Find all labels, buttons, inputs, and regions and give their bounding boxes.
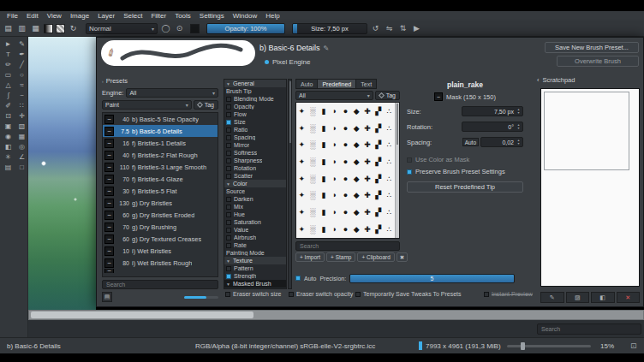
reset-values-icon[interactable]: ↺	[370, 23, 381, 34]
eraser-switch-size-checkbox[interactable]	[225, 292, 230, 297]
brush-tip-thumbnail[interactable]: ◗	[329, 120, 340, 137]
menu-layer[interactable]: Layer	[93, 12, 119, 20]
brush-tip-thumbnail[interactable]: ▞	[373, 204, 384, 221]
pattern-chip[interactable]	[56, 24, 65, 33]
brush-tip-thumbnail[interactable]: ✦	[296, 204, 307, 221]
mirror-horizontal-icon[interactable]: ⇋	[384, 23, 395, 34]
option-checkbox[interactable]	[226, 151, 231, 156]
tool-freehand-path[interactable]: ~	[16, 91, 27, 100]
menu-image[interactable]: Image	[66, 12, 93, 20]
preset-search-input[interactable]: Search	[102, 280, 218, 289]
brush-tip-thumbnail[interactable]: ░	[307, 221, 319, 238]
brush-tip-thumbnail[interactable]: ✦	[296, 187, 307, 204]
menu-file[interactable]: File	[3, 12, 22, 20]
option-checkbox[interactable]	[226, 174, 231, 179]
brush-tip-thumbnail[interactable]: ▮	[319, 187, 330, 204]
save-document-icon[interactable]: ▦	[30, 23, 41, 34]
preset-item[interactable]: ~80i) Wet Bristles Rough	[103, 257, 218, 269]
brush-tip-thumbnail[interactable]: ✦	[296, 120, 307, 137]
menu-help[interactable]: Help	[261, 12, 283, 20]
option-item-rotation[interactable]: Rotation	[224, 164, 286, 172]
wrap-around-icon[interactable]: ▶	[411, 23, 422, 34]
option-item-darken[interactable]: Darken	[224, 195, 286, 203]
docker-search-input[interactable]: Search	[537, 323, 641, 335]
brush-tip-thumbnail[interactable]: ◗	[329, 221, 340, 238]
zoom-slider[interactable]	[507, 345, 591, 347]
brush-tip-thumbnail[interactable]: ◗	[329, 170, 340, 187]
brush-tip-thumbnail[interactable]: ●	[340, 221, 351, 238]
brush-tip-thumbnail[interactable]: ∴	[384, 187, 395, 204]
brush-tip-thumbnail[interactable]: ▞	[373, 120, 384, 137]
option-checkbox[interactable]	[226, 197, 231, 202]
precision-slider[interactable]: 5	[349, 274, 515, 283]
option-item-airbrush[interactable]: Airbrush	[224, 234, 286, 241]
clipboard-tip-button[interactable]: + Clipboard	[357, 252, 394, 262]
brush-tip-thumbnail[interactable]: ░	[307, 120, 319, 137]
tip-search-input[interactable]: Search	[295, 241, 400, 251]
brush-tip-thumbnail[interactable]: ▮	[319, 120, 330, 137]
brush-settings-icon[interactable]: ◯	[160, 23, 171, 34]
brush-tip-thumbnail[interactable]: ●	[340, 187, 351, 204]
delete-tip-button[interactable]: ✖	[397, 252, 408, 262]
option-item-hue[interactable]: Hue	[224, 211, 286, 218]
tip-tag-button[interactable]: Tag	[375, 91, 400, 100]
brush-tip-thumbnail[interactable]: ░	[307, 187, 319, 204]
option-checkbox[interactable]	[226, 104, 231, 110]
option-checkbox[interactable]	[226, 228, 231, 233]
tool-move[interactable]: ✛	[16, 111, 27, 121]
tip-grid-scrollbar[interactable]	[395, 103, 399, 238]
menu-filter[interactable]: Filter	[146, 12, 170, 20]
brush-tip-thumbnail[interactable]: ∴	[384, 136, 395, 153]
tool-assistants[interactable]: ✳	[3, 152, 14, 162]
option-item-size[interactable]: Size	[224, 118, 286, 126]
options-scrollbar-thumb[interactable]	[289, 81, 291, 143]
preserve-settings-checkbox[interactable]	[407, 169, 412, 175]
use-color-as-mask-checkbox[interactable]	[407, 157, 412, 163]
brush-tip-thumbnail[interactable]: ✚	[362, 153, 373, 170]
brush-tip-thumbnail[interactable]: ◆	[351, 136, 362, 153]
size-slider[interactable]: Size: 7,50 px	[292, 23, 367, 34]
gradient-chip[interactable]	[44, 24, 53, 33]
scratchpad-reset-button[interactable]: ✕	[617, 292, 641, 303]
option-item-sharpness[interactable]: Sharpness	[224, 157, 286, 164]
brush-tip-thumbnail[interactable]: ▞	[373, 170, 384, 187]
thumbnail-size-slider[interactable]	[184, 296, 218, 299]
option-item-opacity[interactable]: Opacity	[224, 103, 286, 110]
tool-select-shapes[interactable]: ►	[3, 39, 14, 49]
preset-item[interactable]: ~7.5b) Basic-6 Details	[103, 125, 218, 137]
option-checkbox[interactable]	[226, 120, 231, 125]
brush-tip-thumbnail[interactable]: ◗	[329, 103, 340, 120]
canvas-only-mode-icon[interactable]: ⊡	[630, 341, 637, 350]
brush-tip-thumbnail[interactable]: ◆	[351, 103, 362, 120]
brush-tip-thumbnail[interactable]: ●	[340, 120, 351, 137]
brush-tip-thumbnail[interactable]: ●	[340, 204, 351, 221]
preset-item[interactable]: ~70g) Dry Brushing	[103, 221, 218, 233]
tool-freehand-brush[interactable]: ✏	[3, 60, 14, 69]
option-checkbox[interactable]	[226, 205, 231, 210]
brush-tip-thumbnail[interactable]: ░	[307, 136, 319, 153]
option-item-saturation[interactable]: Saturation	[224, 218, 286, 226]
brush-tip-thumbnail[interactable]: ◗	[329, 153, 340, 170]
brush-tip-thumbnail[interactable]: ░	[307, 103, 319, 120]
brush-tip-thumbnail[interactable]: ▮	[319, 153, 330, 170]
option-checkbox[interactable]	[226, 112, 231, 117]
brush-tip-thumbnail[interactable]: ▞	[373, 187, 384, 204]
option-checkbox[interactable]	[226, 166, 231, 171]
option-section-texture[interactable]: ▼Texture	[224, 257, 286, 264]
brush-tip-thumbnail[interactable]: ◗	[329, 136, 340, 153]
option-item-brush-tip[interactable]: Brush Tip	[224, 87, 286, 95]
brush-tip-thumbnail[interactable]: ◆	[351, 170, 362, 187]
tip-size-spinbox[interactable]: 7,50 px ▴▾	[462, 106, 523, 116]
tool-reference-images[interactable]: ▤	[3, 163, 14, 172]
tab-predefined[interactable]: Predefined	[317, 79, 355, 89]
option-section-general[interactable]: ▼General	[224, 80, 286, 87]
option-checkbox[interactable]	[226, 128, 231, 133]
tab-auto[interactable]: Auto	[295, 79, 317, 89]
brush-tip-thumbnail[interactable]: ∴	[384, 120, 395, 137]
option-item-mirror[interactable]: Mirror	[224, 141, 286, 149]
brush-tip-thumbnail[interactable]: ✦	[296, 170, 307, 187]
brush-tip-thumbnail[interactable]: ●	[340, 136, 351, 153]
menu-view[interactable]: View	[43, 12, 66, 20]
brush-tip-thumbnail[interactable]: ░	[307, 170, 319, 187]
tool-polyline[interactable]: ≈	[16, 80, 27, 90]
